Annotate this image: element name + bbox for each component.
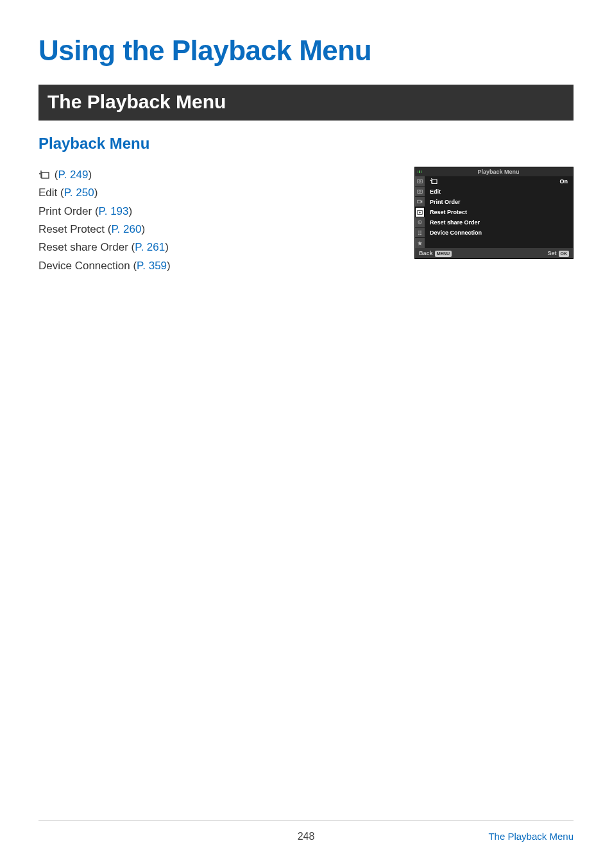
side-tabs (415, 176, 425, 248)
panel-row[interactable]: On (425, 176, 573, 187)
back-label[interactable]: BackMENU (419, 250, 452, 257)
set-label[interactable]: SetOK (547, 250, 569, 257)
camera-menu-panel: Playback Menu (414, 167, 574, 259)
panel-row[interactable]: Device Connection (425, 228, 573, 238)
svg-point-4 (419, 190, 421, 192)
star-icon[interactable] (415, 238, 425, 248)
panel-value: On (560, 178, 568, 185)
panel-footer: BackMENU SetOK (415, 248, 573, 258)
footer-link[interactable]: The Playback Menu (488, 831, 574, 842)
panel-titlebar: Playback Menu (415, 167, 573, 176)
page-title: Using the Playback Menu (38, 35, 574, 67)
panel-content: On Edit Print Order Reset Protect Reset … (425, 176, 573, 248)
rotate-icon (38, 171, 50, 179)
menu-list: (P. 249) Edit (P. 250) Print Order (P. 1… (38, 167, 171, 276)
svg-point-8 (420, 222, 421, 223)
panel-row[interactable]: Reset share Order (425, 217, 573, 228)
list-item: Reset Protect (P. 260) (38, 221, 171, 238)
setup-icon[interactable] (415, 228, 425, 238)
video-icon[interactable] (415, 197, 425, 207)
page-ref-link[interactable]: P. 260 (111, 223, 141, 235)
svg-point-2 (419, 180, 421, 182)
page-ref-link[interactable]: P. 250 (64, 187, 94, 199)
ok-badge: OK (559, 251, 570, 257)
panel-row-empty (425, 238, 573, 248)
rotate-icon (430, 178, 438, 185)
svg-rect-5 (418, 200, 421, 203)
battery-icon (415, 167, 424, 176)
menu-badge: MENU (435, 251, 452, 257)
list-item: Edit (P. 250) (38, 185, 171, 201)
camera1-icon[interactable] (415, 176, 425, 187)
section-heading: The Playback Menu (38, 85, 574, 121)
panel-title: Playback Menu (424, 169, 573, 175)
subheading: Playback Menu (38, 135, 574, 153)
page-ref-link[interactable]: P. 249 (58, 169, 88, 181)
list-item: Reset share Order (P. 261) (38, 239, 171, 256)
page-ref-link[interactable]: P. 359 (137, 260, 167, 272)
page-ref-link[interactable]: P. 193 (99, 205, 129, 217)
svg-point-9 (418, 234, 420, 235)
svg-rect-11 (432, 179, 438, 184)
list-item: Print Order (P. 193) (38, 203, 171, 220)
gear-icon[interactable] (415, 217, 425, 228)
svg-point-10 (420, 234, 421, 235)
page-ref-link[interactable]: P. 261 (135, 241, 165, 253)
panel-row[interactable]: Reset Protect (425, 207, 573, 217)
page-number: 248 (298, 831, 315, 842)
page-footer: 248 The Playback Menu (38, 820, 574, 842)
panel-row[interactable]: Edit (425, 187, 573, 197)
list-item: Device Connection (P. 359) (38, 258, 171, 274)
camera2-icon[interactable] (415, 187, 425, 197)
svg-rect-0 (42, 172, 49, 178)
play-icon[interactable] (415, 207, 425, 217)
list-item: (P. 249) (38, 167, 171, 183)
panel-row[interactable]: Print Order (425, 197, 573, 207)
